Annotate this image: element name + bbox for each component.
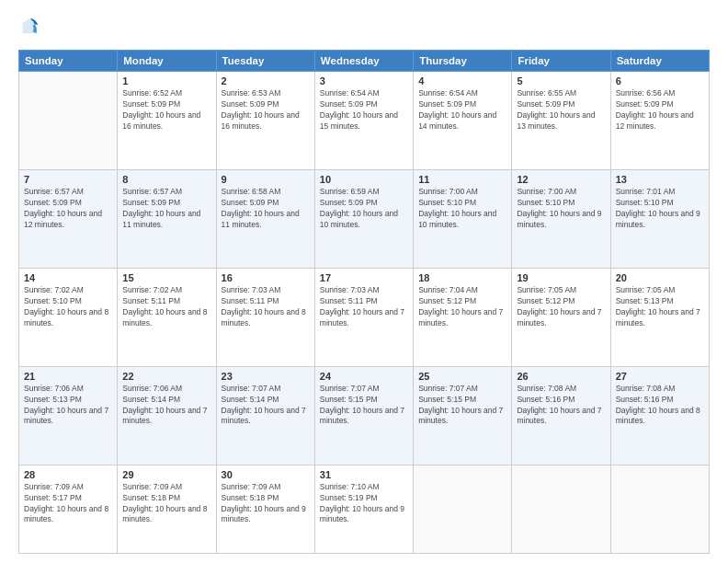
calendar-day-cell: 5Sunrise: 6:55 AMSunset: 5:09 PMDaylight… — [512, 72, 610, 170]
day-number: 15 — [122, 272, 210, 283]
day-info: Sunrise: 7:05 AMSunset: 5:12 PMDaylight:… — [517, 285, 605, 329]
weekday-header: Saturday — [610, 51, 709, 72]
day-number: 8 — [122, 174, 210, 185]
calendar-day-cell: 20Sunrise: 7:05 AMSunset: 5:13 PMDayligh… — [610, 268, 709, 366]
day-info: Sunrise: 7:00 AMSunset: 5:10 PMDaylight:… — [517, 187, 605, 231]
calendar-day-cell: 9Sunrise: 6:58 AMSunset: 5:09 PMDaylight… — [216, 169, 314, 268]
day-info: Sunrise: 6:57 AMSunset: 5:09 PMDaylight:… — [122, 187, 210, 231]
calendar-day-cell: 17Sunrise: 7:03 AMSunset: 5:11 PMDayligh… — [314, 268, 413, 366]
day-number: 18 — [418, 272, 506, 283]
calendar-day-cell: 24Sunrise: 7:07 AMSunset: 5:15 PMDayligh… — [314, 366, 413, 465]
weekday-header: Monday — [118, 51, 216, 72]
calendar-day-cell: 13Sunrise: 7:01 AMSunset: 5:10 PMDayligh… — [610, 169, 709, 268]
day-info: Sunrise: 6:59 AMSunset: 5:09 PMDaylight:… — [320, 187, 408, 231]
calendar-day-cell — [19, 72, 118, 170]
day-info: Sunrise: 6:52 AMSunset: 5:09 PMDaylight:… — [122, 88, 210, 132]
calendar-day-cell: 16Sunrise: 7:03 AMSunset: 5:11 PMDayligh… — [216, 268, 314, 366]
calendar-week-row: 1Sunrise: 6:52 AMSunset: 5:09 PMDaylight… — [19, 72, 710, 170]
calendar-day-cell: 6Sunrise: 6:56 AMSunset: 5:09 PMDaylight… — [610, 72, 709, 170]
day-info: Sunrise: 7:04 AMSunset: 5:12 PMDaylight:… — [418, 285, 506, 329]
calendar-week-row: 14Sunrise: 7:02 AMSunset: 5:10 PMDayligh… — [19, 268, 710, 366]
day-number: 3 — [320, 75, 408, 86]
day-number: 29 — [122, 469, 210, 480]
day-number: 16 — [222, 272, 310, 283]
day-info: Sunrise: 7:03 AMSunset: 5:11 PMDaylight:… — [320, 285, 408, 329]
calendar-day-cell: 22Sunrise: 7:06 AMSunset: 5:14 PMDayligh… — [118, 366, 216, 465]
logo — [18, 17, 40, 40]
calendar-table: SundayMondayTuesdayWednesdayThursdayFrid… — [18, 50, 710, 554]
day-number: 7 — [24, 174, 112, 185]
calendar-day-cell: 18Sunrise: 7:04 AMSunset: 5:12 PMDayligh… — [414, 268, 512, 366]
day-info: Sunrise: 7:06 AMSunset: 5:13 PMDaylight:… — [24, 384, 112, 428]
calendar-day-cell: 11Sunrise: 7:00 AMSunset: 5:10 PMDayligh… — [414, 169, 512, 268]
day-info: Sunrise: 6:56 AMSunset: 5:09 PMDaylight:… — [616, 88, 704, 132]
logo-icon — [19, 17, 40, 37]
day-number: 2 — [222, 75, 310, 86]
header — [18, 17, 710, 40]
day-number: 11 — [418, 174, 506, 185]
day-info: Sunrise: 7:05 AMSunset: 5:13 PMDaylight:… — [616, 285, 704, 329]
calendar-week-row: 21Sunrise: 7:06 AMSunset: 5:13 PMDayligh… — [19, 366, 710, 465]
calendar-day-cell: 29Sunrise: 7:09 AMSunset: 5:18 PMDayligh… — [118, 465, 216, 553]
calendar-day-cell: 25Sunrise: 7:07 AMSunset: 5:15 PMDayligh… — [414, 366, 512, 465]
day-info: Sunrise: 7:07 AMSunset: 5:15 PMDaylight:… — [418, 384, 506, 428]
calendar-day-cell: 4Sunrise: 6:54 AMSunset: 5:09 PMDaylight… — [414, 72, 512, 170]
calendar-day-cell — [414, 465, 512, 553]
day-info: Sunrise: 6:54 AMSunset: 5:09 PMDaylight:… — [320, 88, 408, 132]
day-number: 17 — [320, 272, 408, 283]
day-number: 13 — [616, 174, 704, 185]
calendar-day-cell: 28Sunrise: 7:09 AMSunset: 5:17 PMDayligh… — [19, 465, 118, 553]
weekday-header: Tuesday — [216, 51, 314, 72]
day-info: Sunrise: 7:02 AMSunset: 5:10 PMDaylight:… — [24, 285, 112, 329]
calendar-day-cell: 2Sunrise: 6:53 AMSunset: 5:09 PMDaylight… — [216, 72, 314, 170]
calendar-day-cell: 7Sunrise: 6:57 AMSunset: 5:09 PMDaylight… — [19, 169, 118, 268]
day-number: 27 — [616, 371, 704, 382]
day-info: Sunrise: 7:06 AMSunset: 5:14 PMDaylight:… — [122, 384, 210, 428]
day-number: 23 — [222, 371, 310, 382]
calendar-day-cell: 19Sunrise: 7:05 AMSunset: 5:12 PMDayligh… — [512, 268, 610, 366]
calendar-day-cell: 15Sunrise: 7:02 AMSunset: 5:11 PMDayligh… — [118, 268, 216, 366]
calendar-day-cell — [610, 465, 709, 553]
day-number: 9 — [222, 174, 310, 185]
day-number: 30 — [222, 469, 310, 480]
calendar-day-cell: 23Sunrise: 7:07 AMSunset: 5:14 PMDayligh… — [216, 366, 314, 465]
day-number: 26 — [517, 371, 605, 382]
calendar-day-cell: 1Sunrise: 6:52 AMSunset: 5:09 PMDaylight… — [118, 72, 216, 170]
day-number: 20 — [616, 272, 704, 283]
day-number: 22 — [122, 371, 210, 382]
day-info: Sunrise: 7:07 AMSunset: 5:15 PMDaylight:… — [320, 384, 408, 428]
day-info: Sunrise: 7:09 AMSunset: 5:17 PMDaylight:… — [24, 482, 112, 526]
day-info: Sunrise: 6:57 AMSunset: 5:09 PMDaylight:… — [24, 187, 112, 231]
day-info: Sunrise: 7:10 AMSunset: 5:19 PMDaylight:… — [320, 482, 408, 526]
weekday-header: Thursday — [414, 51, 512, 72]
day-number: 31 — [320, 469, 408, 480]
calendar-day-cell: 27Sunrise: 7:08 AMSunset: 5:16 PMDayligh… — [610, 366, 709, 465]
calendar-day-cell: 8Sunrise: 6:57 AMSunset: 5:09 PMDaylight… — [118, 169, 216, 268]
day-number: 1 — [122, 75, 210, 86]
calendar-day-cell: 3Sunrise: 6:54 AMSunset: 5:09 PMDaylight… — [314, 72, 413, 170]
weekday-header: Sunday — [19, 51, 118, 72]
day-info: Sunrise: 7:01 AMSunset: 5:10 PMDaylight:… — [616, 187, 704, 231]
day-info: Sunrise: 6:58 AMSunset: 5:09 PMDaylight:… — [222, 187, 310, 231]
day-number: 24 — [320, 371, 408, 382]
day-info: Sunrise: 7:08 AMSunset: 5:16 PMDaylight:… — [616, 384, 704, 428]
day-number: 25 — [418, 371, 506, 382]
day-number: 6 — [616, 75, 704, 86]
calendar-day-cell: 26Sunrise: 7:08 AMSunset: 5:16 PMDayligh… — [512, 366, 610, 465]
day-number: 12 — [517, 174, 605, 185]
calendar-day-cell: 21Sunrise: 7:06 AMSunset: 5:13 PMDayligh… — [19, 366, 118, 465]
day-info: Sunrise: 7:02 AMSunset: 5:11 PMDaylight:… — [122, 285, 210, 329]
day-info: Sunrise: 6:54 AMSunset: 5:09 PMDaylight:… — [418, 88, 506, 132]
calendar-week-row: 7Sunrise: 6:57 AMSunset: 5:09 PMDaylight… — [19, 169, 710, 268]
day-info: Sunrise: 6:53 AMSunset: 5:09 PMDaylight:… — [222, 88, 310, 132]
day-info: Sunrise: 7:08 AMSunset: 5:16 PMDaylight:… — [517, 384, 605, 428]
day-info: Sunrise: 7:00 AMSunset: 5:10 PMDaylight:… — [418, 187, 506, 231]
calendar-day-cell: 10Sunrise: 6:59 AMSunset: 5:09 PMDayligh… — [314, 169, 413, 268]
day-number: 21 — [24, 371, 112, 382]
day-number: 14 — [24, 272, 112, 283]
day-info: Sunrise: 7:03 AMSunset: 5:11 PMDaylight:… — [222, 285, 310, 329]
day-info: Sunrise: 7:09 AMSunset: 5:18 PMDaylight:… — [122, 482, 210, 526]
calendar-day-cell: 30Sunrise: 7:09 AMSunset: 5:18 PMDayligh… — [216, 465, 314, 553]
day-number: 19 — [517, 272, 605, 283]
day-info: Sunrise: 7:07 AMSunset: 5:14 PMDaylight:… — [222, 384, 310, 428]
